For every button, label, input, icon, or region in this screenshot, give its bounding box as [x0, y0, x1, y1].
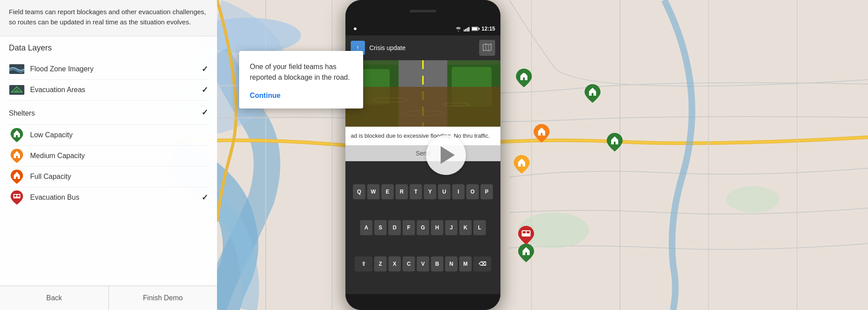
evacuation-bus-icon: [9, 192, 25, 203]
map-marker-yellow-1: [514, 155, 530, 175]
svg-rect-3: [522, 70, 526, 73]
key-c[interactable]: C: [403, 256, 415, 271]
phone-top-bar: [345, 0, 500, 22]
svg-rect-13: [464, 30, 465, 31]
map-marker-bus-1: [518, 226, 534, 246]
back-button[interactable]: Back: [0, 286, 109, 310]
layer-full-capacity[interactable]: Full Capacity: [9, 167, 208, 187]
description-text: Field teams can report blockages and oth…: [9, 7, 208, 27]
keyboard-area: Q W E R T Y U I O P A S D F G H J K L: [345, 161, 500, 294]
bottom-nav: Back Finish Demo: [0, 286, 217, 310]
flood-zone-icon: [9, 63, 25, 75]
evacuation-areas-icon: [9, 84, 25, 96]
layer-medium-capacity[interactable]: Medium Capacity: [9, 146, 208, 167]
layer-flood-zone[interactable]: Flood Zone Imagery ✓: [9, 59, 208, 80]
key-a[interactable]: A: [360, 220, 372, 235]
popup-continue-button[interactable]: Continue: [250, 92, 280, 99]
svg-rect-10: [14, 195, 16, 197]
shelters-header-label: Shelters: [9, 105, 202, 120]
layer-evacuation-bus[interactable]: Evacuation Bus ✓: [9, 187, 208, 208]
key-v[interactable]: V: [417, 256, 429, 271]
key-m[interactable]: M: [459, 256, 472, 271]
map-marker-green-2: [585, 84, 601, 105]
key-t[interactable]: T: [410, 184, 422, 199]
key-n[interactable]: N: [445, 256, 457, 271]
play-button[interactable]: [426, 135, 466, 175]
svg-rect-15: [467, 28, 468, 31]
phone-message-text: ad is blocked due to excessive flooding.…: [351, 132, 490, 139]
shelters-header-row[interactable]: Shelters ✓: [9, 101, 208, 125]
svg-rect-16: [469, 27, 470, 31]
key-s[interactable]: S: [374, 220, 387, 235]
key-b[interactable]: B: [431, 256, 443, 271]
key-shift[interactable]: ⇧: [355, 256, 372, 271]
svg-rect-18: [472, 27, 477, 30]
send-bar[interactable]: Send: [345, 145, 500, 161]
layer-low-capacity[interactable]: Low Capacity: [9, 125, 208, 146]
map-marker-green-3: [607, 133, 623, 153]
wifi-icon: [455, 26, 462, 31]
data-layers-title: Data Layers: [9, 43, 208, 53]
key-w[interactable]: W: [367, 184, 380, 199]
left-panel: Field teams can report blockages and oth…: [0, 0, 217, 310]
phone-message: ad is blocked due to excessive flooding.…: [345, 127, 500, 145]
data-layers-section: Data Layers Flood Zone Imagery ✓: [0, 36, 217, 286]
phone-notification-bar: ! Crisis update: [345, 35, 500, 60]
phone-bottom-bezel: [345, 294, 500, 310]
svg-rect-5: [523, 231, 526, 233]
low-capacity-label: Low Capacity: [30, 131, 208, 139]
location-icon: [353, 26, 358, 31]
key-e[interactable]: E: [381, 184, 394, 199]
key-i[interactable]: I: [452, 184, 465, 199]
svg-point-2: [726, 186, 779, 213]
full-capacity-label: Full Capacity: [30, 173, 208, 181]
key-p[interactable]: P: [480, 184, 493, 199]
svg-rect-29: [345, 87, 500, 127]
notification-title: Crisis update: [369, 44, 406, 51]
key-j[interactable]: J: [445, 220, 457, 235]
flood-image: [345, 60, 500, 127]
svg-text:!: !: [357, 46, 358, 50]
map-marker-orange-1: [534, 124, 550, 144]
key-z[interactable]: Z: [374, 256, 387, 271]
phone-screen: 12:15 ! Crisis update: [345, 22, 500, 294]
play-icon: [441, 146, 455, 164]
shelters-check: ✓: [202, 108, 208, 117]
svg-rect-11: [17, 195, 19, 197]
battery-icon: [472, 27, 480, 31]
key-backspace[interactable]: ⌫: [473, 256, 491, 271]
description-area: Field teams can report blockages and oth…: [0, 0, 217, 36]
finish-demo-button[interactable]: Finish Demo: [109, 286, 217, 310]
key-x[interactable]: X: [388, 256, 401, 271]
key-o[interactable]: O: [466, 184, 479, 199]
low-capacity-icon: [9, 129, 25, 141]
evacuation-areas-check: ✓: [202, 85, 208, 95]
key-q[interactable]: Q: [353, 184, 365, 199]
medium-capacity-label: Medium Capacity: [30, 152, 208, 160]
key-k[interactable]: K: [459, 220, 472, 235]
phone-speaker: [410, 10, 436, 12]
key-h[interactable]: H: [431, 220, 443, 235]
notification-map-icon[interactable]: [479, 40, 495, 56]
keyboard-row-2: A S D F G H J K L: [347, 220, 499, 235]
key-g[interactable]: G: [417, 220, 429, 235]
layer-evacuation-areas[interactable]: Evacuation Areas ✓: [9, 80, 208, 101]
key-f[interactable]: F: [403, 220, 415, 235]
svg-rect-6: [527, 231, 530, 233]
key-y[interactable]: Y: [424, 184, 436, 199]
svg-point-12: [354, 27, 356, 30]
keyboard-row-3: ⇧ Z X C V B N M ⌫: [347, 256, 499, 271]
keyboard-row-1: Q W E R T Y U I O P: [347, 184, 499, 199]
key-l[interactable]: L: [473, 220, 486, 235]
flood-zone-check: ✓: [202, 64, 208, 74]
evacuation-areas-label: Evacuation Areas: [30, 86, 202, 94]
key-r[interactable]: R: [395, 184, 408, 199]
map-marker-green-4: [518, 244, 534, 264]
key-u[interactable]: U: [438, 184, 450, 199]
svg-rect-14: [465, 29, 467, 31]
flood-zone-label: Flood Zone Imagery: [30, 65, 202, 73]
map-marker-green-1: [516, 69, 532, 89]
evacuation-bus-check: ✓: [202, 193, 208, 202]
phone-status-bar: 12:15: [345, 22, 500, 35]
key-d[interactable]: D: [388, 220, 401, 235]
